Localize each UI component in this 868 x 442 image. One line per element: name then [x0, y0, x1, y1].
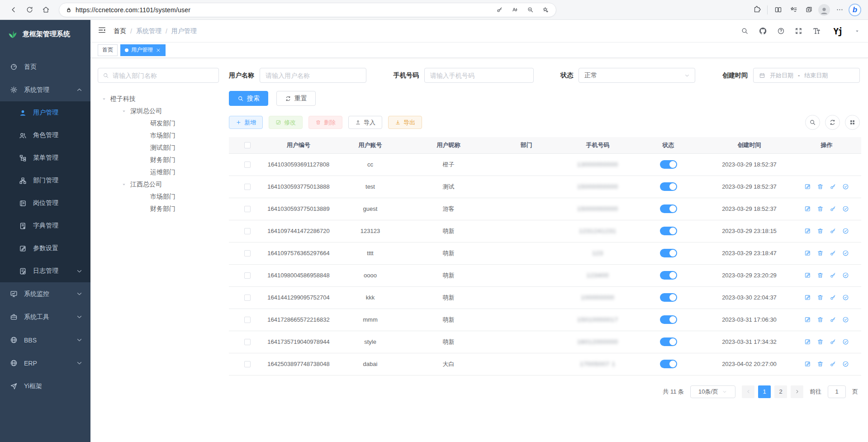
tree-node[interactable]: 橙子科技	[98, 93, 219, 105]
favorites-bar-icon[interactable]	[787, 3, 800, 17]
browser-back-button[interactable]	[6, 3, 20, 17]
tree-node[interactable]: 市场部门	[98, 190, 219, 203]
key-icon[interactable]	[830, 294, 836, 301]
read-aloud-icon[interactable]	[509, 4, 521, 16]
edit-button[interactable]: 修改	[269, 116, 303, 129]
row-checkbox[interactable]	[244, 272, 251, 279]
check-circle-icon[interactable]	[842, 316, 849, 323]
sidebar-item-home[interactable]: 首页	[0, 55, 90, 78]
row-checkbox[interactable]	[244, 295, 251, 301]
status-toggle[interactable]	[660, 182, 677, 191]
edit-icon[interactable]	[804, 183, 811, 190]
status-select[interactable]: 正常	[579, 68, 695, 83]
browser-profile-avatar[interactable]	[817, 3, 831, 17]
tree-node[interactable]: 江西总公司	[98, 178, 219, 190]
row-checkbox[interactable]	[244, 339, 251, 345]
extensions-icon[interactable]	[750, 3, 764, 17]
username-input[interactable]	[260, 68, 366, 83]
edit-icon[interactable]	[804, 272, 811, 279]
caret-down-icon[interactable]	[101, 96, 107, 102]
page-button-2[interactable]: 2	[774, 385, 787, 398]
help-icon[interactable]	[777, 27, 785, 35]
password-key-icon[interactable]	[493, 4, 505, 16]
row-checkbox[interactable]	[244, 317, 251, 323]
browser-reload-button[interactable]	[23, 3, 36, 17]
row-checkbox[interactable]	[244, 206, 251, 212]
row-checkbox[interactable]	[244, 162, 251, 168]
trash-icon[interactable]	[817, 183, 824, 190]
check-circle-icon[interactable]	[842, 205, 849, 212]
trash-icon[interactable]	[817, 316, 824, 323]
search-button[interactable]: 搜索	[229, 91, 268, 106]
tree-node[interactable]: 财务部门	[98, 154, 219, 166]
phone-input[interactable]	[424, 68, 534, 83]
sidebar-item-menu-mgmt[interactable]: 菜单管理	[0, 147, 90, 169]
check-circle-icon[interactable]	[842, 294, 849, 301]
trash-icon[interactable]	[817, 228, 824, 234]
next-page-button[interactable]	[791, 385, 803, 398]
department-search-input[interactable]	[98, 68, 219, 83]
toggle-search-button[interactable]	[805, 115, 820, 130]
status-toggle[interactable]	[660, 293, 677, 302]
status-toggle[interactable]	[660, 315, 677, 324]
collections-icon[interactable]	[802, 3, 816, 17]
font-size-icon[interactable]	[812, 27, 821, 35]
key-icon[interactable]	[830, 338, 836, 345]
bing-copilot-icon[interactable]: b	[848, 3, 862, 17]
trash-icon[interactable]	[817, 361, 824, 367]
tree-node[interactable]: 市场部门	[98, 129, 219, 142]
add-button[interactable]: 新增	[229, 116, 263, 129]
select-all-checkbox[interactable]	[244, 142, 251, 148]
check-circle-icon[interactable]	[842, 183, 849, 190]
edit-icon[interactable]	[804, 316, 811, 323]
sidebar-item-bbs[interactable]: BBS	[0, 328, 90, 352]
status-toggle[interactable]	[660, 337, 677, 346]
edit-icon[interactable]	[804, 361, 811, 367]
check-circle-icon[interactable]	[842, 361, 849, 367]
page-size-select[interactable]: 10条/页	[690, 385, 735, 398]
header-search-icon[interactable]	[741, 27, 749, 35]
sidebar-item-sys-tools[interactable]: 系统工具	[0, 305, 90, 328]
status-toggle[interactable]	[660, 271, 677, 280]
sidebar-item-post-mgmt[interactable]: 岗位管理	[0, 192, 90, 214]
caret-down-icon[interactable]	[121, 182, 127, 187]
edit-icon[interactable]	[804, 294, 811, 301]
tree-node[interactable]: 运维部门	[98, 166, 219, 178]
sidebar-item-param-setting[interactable]: 参数设置	[0, 237, 90, 260]
address-bar[interactable]: https://ccnetcore.com:1101/system/user	[59, 3, 556, 17]
status-toggle[interactable]	[660, 360, 677, 368]
sidebar-item-system-mgmt[interactable]: 系统管理	[0, 78, 90, 101]
zoom-out-icon[interactable]	[524, 4, 536, 16]
key-icon[interactable]	[830, 205, 836, 212]
check-circle-icon[interactable]	[842, 228, 849, 234]
key-icon[interactable]	[830, 250, 836, 257]
status-toggle[interactable]	[660, 249, 677, 257]
fullscreen-icon[interactable]	[795, 27, 802, 35]
favorite-star-icon[interactable]	[540, 4, 551, 16]
trash-icon[interactable]	[817, 338, 824, 345]
department-search-field[interactable]	[113, 72, 214, 79]
github-icon[interactable]	[759, 27, 767, 35]
user-avatar[interactable]: Yj	[831, 24, 844, 38]
refresh-table-button[interactable]	[825, 115, 840, 130]
tag-active[interactable]: 用户管理	[120, 44, 166, 56]
trash-icon[interactable]	[817, 250, 824, 257]
row-checkbox[interactable]	[244, 184, 251, 190]
key-icon[interactable]	[830, 183, 836, 190]
sidebar-item-erp[interactable]: ERP	[0, 352, 90, 375]
edit-icon[interactable]	[804, 205, 811, 212]
column-settings-button[interactable]	[845, 115, 860, 130]
sidebar-item-dict-mgmt[interactable]: 字典管理	[0, 214, 90, 237]
key-icon[interactable]	[830, 272, 836, 279]
delete-button[interactable]: 删除	[308, 116, 342, 129]
close-icon[interactable]	[156, 48, 161, 53]
goto-page-input[interactable]	[828, 385, 846, 398]
check-circle-icon[interactable]	[842, 272, 849, 279]
trash-icon[interactable]	[817, 205, 824, 212]
avatar-caret-down-icon[interactable]	[854, 29, 860, 34]
row-checkbox[interactable]	[244, 228, 251, 234]
split-screen-icon[interactable]	[771, 3, 785, 17]
sidebar-item-role-mgmt[interactable]: 角色管理	[0, 124, 90, 147]
page-button-1[interactable]: 1	[758, 385, 771, 398]
prev-page-button[interactable]	[742, 385, 754, 398]
